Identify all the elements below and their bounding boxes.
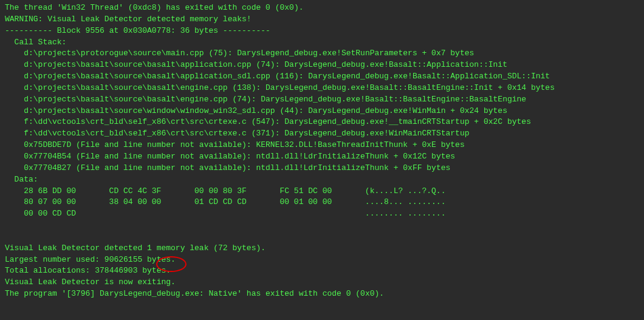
stack-frame: d:\projects\basalt\source\basalt\applica… (5, 60, 639, 71)
call-stack-label: Call Stack: (5, 37, 639, 49)
stack-frame: d:\projects\basalt\source\window\window_… (5, 106, 639, 117)
stack-frame: d:\projects\basalt\source\basalt\engine.… (5, 83, 639, 94)
stack-frame: f:\dd\vctools\crt_bld\self_x86\crt\src\c… (5, 117, 639, 128)
hex-group: 01 CD CD CD (194, 197, 261, 208)
hex-group: 00 00 80 3F (194, 186, 261, 197)
stack-frame: f:\dd\vctools\crt_bld\self_x86\crt\src\c… (5, 128, 639, 140)
data-label: Data: (5, 174, 639, 186)
stack-frame: 0x77704B54 (File and line number not ava… (5, 151, 639, 163)
ascii-dump: ....8... ........ (346, 197, 446, 208)
summary-total: Total allocations: 378446903 bytes. (5, 265, 639, 277)
stack-frame: 0x75DBDE7D (File and line number not ava… (5, 140, 639, 151)
ascii-dump: ........ ........ (346, 208, 446, 220)
hex-group: 28 6B DD 00 (24, 186, 90, 197)
blank-line (5, 231, 639, 243)
summary-detected: Visual Leak Detector detected 1 memory l… (5, 243, 639, 254)
thread-exit-line: The thread 'Win32 Thread' (0xdc8) has ex… (5, 2, 639, 14)
blank-line (5, 220, 639, 231)
hex-group: FC 51 DC 00 (279, 186, 346, 197)
program-exit-line: The program '[3796] DarysLegend_debug.ex… (5, 288, 639, 300)
summary-exiting: Visual Leak Detector is now exiting. (5, 277, 639, 288)
ascii-dump: (k....L? ...?.Q.. (346, 186, 446, 197)
data-row: 28 6B DD 00CD CC 4C 3F00 00 80 3FFC 51 D… (5, 186, 639, 197)
stack-frame: d:\projects\basalt\source\basalt\applica… (5, 71, 639, 83)
stack-frame: 0x77704B27 (File and line number not ava… (5, 163, 639, 174)
warning-line: WARNING: Visual Leak Detector detected m… (5, 14, 639, 26)
hex-group: CD CC 4C 3F (109, 186, 176, 197)
data-row: 80 07 00 0038 04 00 0001 CD CD CD00 01 0… (5, 197, 639, 208)
hex-group: 38 04 00 00 (109, 197, 176, 208)
hex-group: 80 07 00 00 (24, 197, 90, 208)
data-row: 00 00 CD CD........ ........ (5, 208, 639, 220)
hex-group: 00 01 00 00 (279, 197, 346, 208)
block-header-line: ---------- Block 9556 at 0x030A0778: 36 … (5, 26, 639, 37)
stack-frame: d:\projects\basalt\source\basalt\engine.… (5, 94, 639, 106)
summary-largest: Largest number used: 90626155 bytes. (5, 254, 639, 266)
stack-frame: d:\projects\protorogue\source\main.cpp (… (5, 48, 639, 60)
console-output: The thread 'Win32 Thread' (0xdc8) has ex… (5, 2, 639, 300)
hex-group: 00 00 CD CD (24, 208, 90, 220)
